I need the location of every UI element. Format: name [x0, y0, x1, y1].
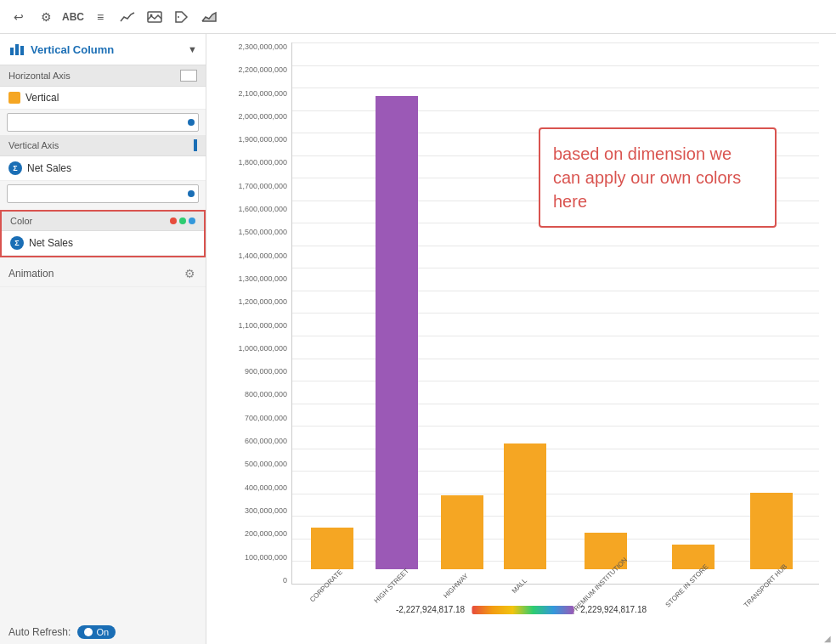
svg-rect-4 [15, 44, 19, 55]
horizontal-axis-indicator [180, 70, 197, 82]
y-axis-label: 1,000,000,000 [238, 344, 287, 353]
vertical-axis-section: Vertical Axis [0, 135, 206, 156]
input-dot [188, 119, 195, 126]
y-axis-label: 200,000,000 [245, 529, 287, 538]
bar-x-label: STORE IN STORE [664, 563, 710, 609]
yellow-square-icon [8, 92, 20, 104]
chart-bar[interactable] [376, 96, 418, 569]
chart-bar[interactable] [504, 443, 546, 569]
y-axis-label: 2,300,000,000 [238, 42, 287, 51]
bar-chart-icon [8, 41, 25, 58]
y-axis-label: 2,100,000,000 [238, 89, 287, 98]
tag-button[interactable] [172, 7, 192, 27]
chart-area: 2,300,000,0002,200,000,0002,100,000,0002… [206, 34, 836, 644]
y-axis-label: 1,400,000,000 [238, 251, 287, 260]
y-axis-label: 0 [283, 576, 287, 585]
settings-button[interactable]: ⚙ [36, 7, 56, 27]
y-axis: 2,300,000,0002,200,000,0002,100,000,0002… [215, 42, 291, 585]
animation-section: Animation ⚙ [0, 261, 206, 287]
image-button[interactable] [144, 7, 165, 27]
svg-rect-5 [20, 46, 24, 55]
chart-inner: 2,300,000,0002,200,000,0002,100,000,0002… [215, 42, 828, 619]
legend-min-label: -2,227,924,817.18 [396, 605, 465, 614]
chart-bar[interactable] [750, 493, 793, 569]
y-axis-label: 1,800,000,000 [238, 158, 287, 167]
bar-x-label: MALL [510, 577, 528, 595]
sidebar-spacer [0, 287, 206, 620]
chart-type-title: Vertical Column [31, 43, 188, 56]
y-axis-label: 800,000,000 [245, 390, 287, 398]
bar-group: HIGHWAY [441, 495, 483, 584]
legend-max-label: 2,229,924,817.18 [580, 605, 647, 614]
input-dot-2 [188, 190, 195, 197]
toggle-circle [84, 628, 93, 636]
y-axis-label: 1,300,000,000 [238, 274, 287, 283]
y-axis-label: 1,900,000,000 [238, 135, 287, 144]
svg-point-2 [178, 16, 179, 18]
color-dots [170, 217, 195, 224]
bar-group: CORPORATE [311, 528, 353, 584]
y-axis-label: 400,000,000 [245, 483, 287, 492]
bar-group: PREMIUM INSTITUTION [567, 533, 643, 585]
color-legend: -2,227,924,817.18 2,229,924,817.18 [396, 605, 647, 614]
bar-x-label: CORPORATE [308, 568, 344, 604]
y-axis-label: 100,000,000 [245, 553, 287, 562]
undo-button[interactable]: ↩ [8, 7, 29, 27]
red-dot [170, 217, 177, 224]
y-axis-label: 2,200,000,000 [238, 65, 287, 74]
blue-dot [189, 217, 195, 224]
y-axis-label: 1,500,000,000 [238, 228, 287, 236]
net-sales-icon-2: Σ [10, 236, 24, 250]
main-area: Vertical Column ▼ Horizontal Axis Vertic… [0, 34, 836, 644]
y-axis-label: 1,600,000,000 [238, 205, 287, 213]
y-axis-label: 500,000,000 [245, 460, 287, 468]
chart-bar[interactable] [441, 495, 483, 569]
y-axis-label: 1,700,000,000 [238, 182, 287, 190]
auto-refresh-toggle[interactable]: On [77, 625, 116, 639]
y-axis-label: 700,000,000 [245, 414, 287, 422]
area-chart-button[interactable] [199, 7, 219, 27]
bar-group: STORE IN STORE [664, 545, 721, 584]
bar-group: HIGH STREET [375, 96, 421, 584]
sidebar: Vertical Column ▼ Horizontal Axis Vertic… [0, 34, 206, 644]
net-sales-icon-1: Σ [8, 161, 22, 175]
bar-x-label: TRANSPORT HUB [742, 562, 788, 609]
auto-refresh-row: Auto Refresh: On [0, 620, 206, 644]
animation-gear-icon[interactable]: ⚙ [182, 266, 197, 281]
abc-button[interactable]: ABC [63, 7, 83, 27]
bars-container: CORPORATEHIGH STREETHIGHWAYMALLPREMIUM I… [291, 42, 819, 585]
svg-rect-3 [10, 48, 14, 55]
list-button[interactable]: ≡ [90, 7, 110, 27]
toolbar: ↩ ⚙ ABC ≡ [0, 0, 836, 34]
color-label: Color [2, 212, 204, 231]
color-section: Color Σ Net Sales [0, 210, 206, 257]
dropdown-arrow-icon: ▼ [188, 44, 197, 54]
annotation-box: based on dimension we can apply our own … [539, 127, 777, 228]
color-gradient-bar [472, 606, 573, 614]
y-axis-label: 300,000,000 [245, 506, 287, 515]
bar-x-label: HIGH STREET [372, 567, 410, 604]
y-axis-label: 1,200,000,000 [238, 297, 287, 306]
vertical-axis-indicator [194, 139, 197, 151]
bar-group: TRANSPORT HUB [743, 493, 800, 584]
line-chart-button[interactable] [117, 7, 138, 27]
horizontal-axis-section: Horizontal Axis [0, 65, 206, 87]
green-dot [179, 217, 186, 224]
resize-handle[interactable] [824, 632, 834, 642]
vertical-axis-item: Σ Net Sales [0, 156, 206, 181]
color-net-sales-item: Σ Net Sales [2, 231, 204, 256]
chart-bar[interactable] [311, 528, 353, 569]
y-axis-label: 1,100,000,000 [238, 321, 287, 330]
bar-group: MALL [504, 443, 546, 584]
y-axis-label: 600,000,000 [245, 437, 287, 445]
chart-type-header[interactable]: Vertical Column ▼ [0, 34, 206, 65]
vertical-axis-input[interactable] [7, 184, 199, 203]
horizontal-axis-item: Vertical [0, 87, 206, 110]
y-axis-label: 900,000,000 [245, 367, 287, 376]
bar-x-label: HIGHWAY [442, 572, 470, 600]
horizontal-axis-input[interactable] [7, 113, 199, 132]
y-axis-label: 2,000,000,000 [238, 112, 287, 121]
